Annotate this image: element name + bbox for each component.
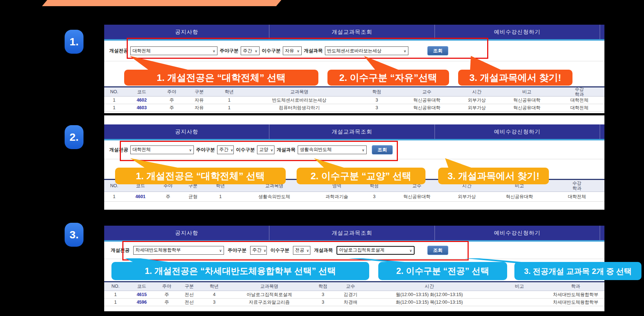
subject-label: 개설과목 — [314, 247, 333, 254]
nav-item-notice[interactable]: 공지사항 — [104, 124, 269, 139]
nav-item-open-course-search[interactable]: 개설교과목조회 — [269, 25, 435, 39]
table-cell: 과학과기술 — [314, 192, 359, 201]
major-select-value: 차세대반도체융합학부 — [135, 247, 181, 253]
column-header: 코드 — [124, 87, 159, 96]
course-code-link[interactable]: 4615 — [127, 291, 157, 298]
search-button[interactable]: 조회 — [427, 46, 448, 56]
table-cell: 전선 — [177, 291, 202, 298]
course-type-select-value: 교양 — [259, 147, 268, 153]
course-search-form: 개설전공 대학전체 주야구분 주간 이수구분 자유 개설과목 반도체센서로바라보… — [104, 41, 604, 61]
column-header: 주야 — [159, 87, 184, 96]
column-header: 학년 — [214, 87, 244, 96]
course-type-label: 이수구분 — [270, 247, 289, 254]
table-cell: 혁신공유대학 — [399, 104, 455, 111]
nav-item-pre-registration[interactable]: 예비수강신청하기 — [435, 226, 600, 240]
dropdown-arrow-icon — [187, 147, 192, 152]
table-cell: 대학전체 — [554, 104, 604, 111]
step-badge-3: 3. — [65, 223, 83, 247]
table-cell: 3 — [312, 299, 334, 306]
daynight-select-value: 주간 — [243, 48, 252, 54]
nav-item-open-course-search[interactable]: 개설교과목조회 — [269, 226, 435, 240]
table-cell: 1 — [104, 192, 124, 201]
dropdown-arrow-icon — [360, 147, 364, 152]
screenshot-panel-3: 공지사항 개설교과목조회 예비수강신청하기 개설전공 차세대반도체융합학부 주야… — [104, 226, 604, 311]
table-cell: 혁신공유대학 — [389, 192, 444, 201]
column-header: 비고 — [500, 87, 555, 96]
table-cell: 자유 — [184, 104, 214, 111]
table-cell: 3 — [312, 291, 334, 298]
nav-item-pre-registration[interactable]: 예비수강신청하기 — [435, 124, 600, 139]
table-cell — [492, 291, 547, 298]
table-cell: 대학전체 — [549, 192, 604, 201]
subject-select[interactable]: 생활속의반도체 — [298, 145, 367, 154]
table-cell: 아날로그집적회로설계 — [227, 291, 312, 298]
column-header: 시간 — [455, 87, 500, 96]
daynight-select[interactable]: 주간 — [250, 246, 267, 255]
daynight-label: 주야구분 — [196, 147, 215, 153]
table-cell: 주 — [157, 291, 177, 298]
subject-label: 개설과목 — [304, 48, 323, 54]
column-header: 학년 — [202, 282, 227, 291]
daynight-label: 주야구분 — [220, 48, 239, 54]
table-cell: 전선 — [177, 299, 202, 306]
dropdown-arrow-icon — [211, 48, 215, 53]
course-code-link[interactable]: 4602 — [124, 97, 159, 104]
daynight-select[interactable]: 주간 — [241, 46, 260, 55]
nav-item-open-course-search[interactable]: 개설교과목조회 — [269, 124, 435, 139]
table-cell: 주 — [159, 104, 184, 111]
major-select-value: 대학전체 — [133, 147, 151, 153]
callout-pointer — [307, 158, 344, 168]
step-badge-label: 3. — [69, 229, 78, 241]
course-code-link[interactable]: 4603 — [124, 104, 159, 111]
subject-select-value: 반도체센서로바라보는세상 — [327, 48, 382, 54]
major-select[interactable]: 차세대반도체융합학부 — [133, 246, 224, 255]
nav-item-notice[interactable]: 공지사항 — [104, 226, 269, 240]
major-label: 개설전공 — [111, 247, 130, 254]
course-type-select-value: 자유 — [285, 48, 294, 54]
daynight-select[interactable]: 주간 — [217, 145, 234, 154]
course-code-link[interactable]: 4596 — [127, 299, 157, 306]
table-cell: 차세대반도체융합학부 — [547, 291, 604, 298]
subject-label: 개설과목 — [277, 147, 295, 153]
nav-item-notice[interactable]: 공지사항 — [104, 25, 269, 39]
table-cell: 차세대반도체융합학부 — [547, 299, 604, 306]
table-cell: 자유 — [184, 97, 214, 104]
table-cell: 1 — [104, 291, 127, 298]
course-type-select[interactable]: 자유 — [283, 46, 302, 55]
table-cell: 주 — [157, 299, 177, 306]
column-header: 교과목명 — [227, 282, 312, 291]
table-row: 14615주전선4아날로그집적회로설계3김경기월(12:00~13:15) 화(… — [104, 291, 604, 299]
course-type-select[interactable]: 전공 — [293, 246, 310, 255]
table-cell: 혁신공유대학 — [399, 97, 455, 104]
table-body: 14615주전선4아날로그집적회로설계3김경기월(12:00~13:15) 화(… — [104, 291, 604, 306]
major-select[interactable]: 대학전체 — [130, 145, 194, 154]
search-button[interactable]: 조회 — [427, 246, 448, 255]
major-select[interactable]: 대학전체 — [130, 46, 217, 55]
table-cell: 주 — [157, 192, 179, 201]
table-cell: 1 — [207, 192, 234, 201]
callout-step-3: 3. 개설과목에서 찾기! — [458, 70, 572, 86]
table-cell: 주 — [159, 97, 184, 104]
top-banner-bar — [42, 0, 281, 6]
screenshot-panel-1: 공지사항 개설교과목조회 예비수강신청하기 개설전공 대학전체 주야구분 주간 … — [104, 25, 604, 113]
subject-select[interactable]: 아날로그집적회로설계 — [337, 246, 415, 255]
subject-select[interactable]: 반도체센서로바라보는세상 — [325, 46, 408, 55]
table-cell: 반도체센서로바라보는세상 — [244, 97, 354, 104]
nav-item-pre-registration[interactable]: 예비수강신청하기 — [435, 25, 600, 39]
portal-navbar: 공지사항 개설교과목조회 예비수강신청하기 — [104, 124, 604, 139]
course-type-select-value: 전공 — [295, 247, 304, 253]
portal-navbar: 공지사항 개설교과목조회 예비수강신청하기 — [104, 25, 604, 39]
table-cell: 외부가상 — [455, 97, 500, 104]
course-type-label: 이수구분 — [236, 147, 255, 153]
dropdown-arrow-icon — [228, 147, 233, 152]
dropdown-arrow-icon — [402, 48, 406, 53]
screenshot-panel-2: 공지사항 개설교과목조회 예비수강신청하기 개설전공 대학전체 주야구분 주간 … — [104, 115, 604, 210]
table-header: NO.코드주야구분학년교과목명학점교수시간비고수강 학과 — [104, 86, 604, 97]
course-type-select[interactable]: 교양 — [257, 145, 274, 154]
column-header: 시간 — [367, 282, 492, 291]
course-code-link[interactable]: 4601 — [124, 192, 157, 201]
search-button[interactable]: 조회 — [372, 145, 393, 155]
table-cell: 혁신공유대학 — [500, 104, 555, 111]
column-header: 코드 — [127, 282, 157, 291]
table-cell: 1 — [104, 97, 124, 104]
